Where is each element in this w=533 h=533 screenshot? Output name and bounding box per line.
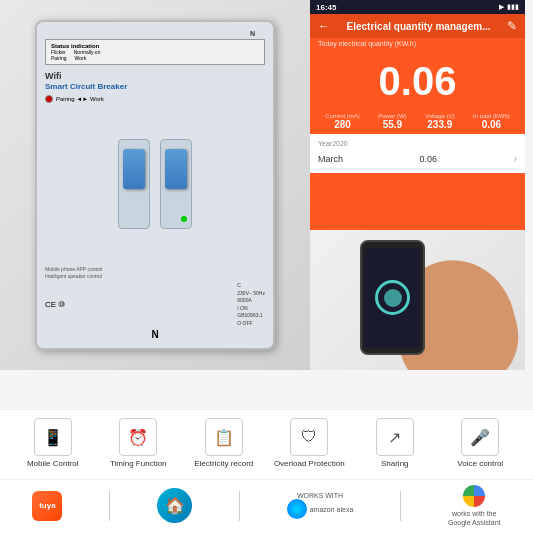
alexa-logo: amazon alexa bbox=[287, 499, 354, 519]
chevron-right-icon: › bbox=[514, 153, 517, 164]
phone-screen-mini bbox=[365, 248, 420, 348]
stat-power-value: 55.9 bbox=[378, 119, 406, 130]
divider1 bbox=[109, 491, 110, 521]
back-button[interactable]: ← bbox=[318, 19, 330, 33]
green-status-dot bbox=[181, 216, 187, 222]
stat-current-value: 280 bbox=[325, 119, 360, 130]
app-status-bar: 16:45 ▶ ▮▮▮ bbox=[310, 0, 525, 14]
main-container: N Status indication Flicker Normally on … bbox=[0, 0, 533, 533]
battery-icon: ▮▮▮ bbox=[507, 3, 519, 11]
top-section: N Status indication Flicker Normally on … bbox=[0, 0, 533, 409]
app-nav-title: Electrical quantity managem... bbox=[347, 21, 491, 32]
feature-voice-label: Voice control bbox=[457, 459, 503, 469]
breaker-area: N Status indication Flicker Normally on … bbox=[0, 0, 310, 370]
feature-voice: 🎤 Voice control bbox=[443, 418, 518, 469]
terminal-n-bottom: N bbox=[45, 329, 265, 340]
status-bar-time: 16:45 bbox=[316, 3, 336, 12]
stat-power: Power (W) 55.9 bbox=[378, 113, 406, 130]
feature-sharing: ↗ Sharing bbox=[357, 418, 432, 469]
feature-mobile-control: 📱 Mobile Control bbox=[15, 418, 90, 469]
mobile-control-icon: 📱 bbox=[34, 418, 72, 456]
breaker-body: N Status indication Flicker Normally on … bbox=[35, 20, 275, 350]
spec-on: I ON bbox=[237, 305, 265, 313]
features-section: 📱 Mobile Control ⏰ Timing Function 📋 Ele… bbox=[0, 409, 533, 479]
terminal-n-top: N bbox=[45, 30, 265, 37]
phone-with-hand bbox=[310, 230, 525, 370]
feature-overload-label: Overload Protection bbox=[274, 459, 345, 469]
red-indicator bbox=[45, 95, 53, 103]
divider2 bbox=[239, 491, 240, 521]
switch-body-right bbox=[160, 139, 192, 229]
spec-current: 6000A bbox=[237, 297, 265, 305]
wifi-label: Wifi bbox=[45, 71, 265, 81]
ce-mark: CE ⑩ bbox=[45, 300, 65, 309]
switch-handle-right[interactable] bbox=[165, 149, 187, 189]
feature-electricity-label: Electricity record bbox=[194, 459, 253, 469]
sharing-icon: ↗ bbox=[376, 418, 414, 456]
feature-timing-label: Timing Function bbox=[110, 459, 167, 469]
mobile-control-text: Mobile phone APP control bbox=[45, 266, 265, 273]
app-month-value: 0.06 bbox=[420, 154, 438, 164]
alexa-ring-icon bbox=[287, 499, 307, 519]
app-white-section: Year2020 March 0.06 › bbox=[310, 134, 525, 173]
app-nav: ← Electrical quantity managem... ✎ bbox=[310, 14, 525, 38]
cert-row: CE ⑩ C 230V~ 50Hz 6000A I ON GB10963.1 O… bbox=[45, 282, 265, 327]
spec-voltage-freq: 230V~ 50Hz bbox=[237, 290, 265, 298]
phone-power-button[interactable] bbox=[375, 280, 410, 315]
spec-rating: C bbox=[237, 282, 265, 290]
feature-timing: ⏰ Timing Function bbox=[101, 418, 176, 469]
wifi-status-icon: ▶ bbox=[499, 3, 504, 11]
smart-circuit-breaker-label: Smart Circuit Breaker bbox=[45, 82, 265, 92]
phone-circle-inner bbox=[384, 289, 402, 307]
feature-overload: 🛡 Overload Protection bbox=[272, 418, 347, 469]
timing-icon: ⏰ bbox=[119, 418, 157, 456]
overload-icon: 🛡 bbox=[290, 418, 328, 456]
speaker-control-text: Intelligent speaker control bbox=[45, 273, 265, 280]
stat-current: Current (mA) 280 bbox=[325, 113, 360, 130]
edit-button[interactable]: ✎ bbox=[507, 19, 517, 33]
voice-icon: 🎤 bbox=[461, 418, 499, 456]
smart-home-icon: 🏠 bbox=[157, 488, 192, 523]
pairing-work-label: Pairing ◄► Work bbox=[56, 96, 104, 102]
status-indication-box: Status indication Flicker Normally on Pa… bbox=[45, 39, 265, 65]
status-row2: Pairing Work bbox=[51, 55, 259, 61]
switch-body-left bbox=[118, 139, 150, 229]
alexa-works-with-text: WORKS WITH bbox=[297, 492, 343, 499]
google-assistant-label: Google Assistant bbox=[448, 518, 501, 527]
google-assistant-icon bbox=[463, 485, 485, 507]
app-big-number: 0.06 bbox=[310, 49, 525, 109]
google-works-with-text: works with the Google Assistant bbox=[448, 509, 501, 527]
spec-off: O OFF bbox=[237, 320, 265, 328]
brands-section: tuya 🏠 WORKS WITH amazon alexa works wit… bbox=[0, 479, 533, 533]
feature-mobile-control-label: Mobile Control bbox=[27, 459, 79, 469]
phone-device bbox=[360, 240, 425, 355]
app-month-row[interactable]: March 0.06 › bbox=[318, 149, 517, 169]
app-screen: 16:45 ▶ ▮▮▮ ← Electrical quantity manage… bbox=[310, 0, 525, 230]
feature-electricity: 📋 Electricity record bbox=[186, 418, 261, 469]
google-section: works with the Google Assistant bbox=[448, 485, 501, 527]
stat-voltage-value: 233.9 bbox=[425, 119, 455, 130]
tuya-badge: tuya bbox=[32, 491, 62, 521]
stat-voltage: Voltage (V) 233.9 bbox=[425, 113, 455, 130]
app-area: 16:45 ▶ ▮▮▮ ← Electrical quantity manage… bbox=[310, 0, 533, 409]
stat-total: In total (KWh) 0.06 bbox=[473, 113, 510, 130]
app-year: Year2020 bbox=[318, 138, 517, 149]
features-row: 📱 Mobile Control ⏰ Timing Function 📋 Ele… bbox=[10, 418, 523, 469]
status-bar-icons: ▶ ▮▮▮ bbox=[499, 3, 519, 11]
alexa-section: WORKS WITH amazon alexa bbox=[287, 492, 354, 519]
spec-standard: GB10963.1 bbox=[237, 312, 265, 320]
work-label: Work bbox=[75, 55, 87, 61]
app-stats-row: Current (mA) 280 Power (W) 55.9 Voltage … bbox=[310, 109, 525, 134]
app-subtitle: Today electrical quantity (KW.h) bbox=[310, 38, 525, 49]
app-month-label: March bbox=[318, 154, 343, 164]
switch-handle-left[interactable] bbox=[123, 149, 145, 189]
google-works-with-line1: works with the bbox=[448, 509, 501, 518]
pairing-work-row: Pairing ◄► Work bbox=[45, 95, 265, 103]
switch-unit-left bbox=[118, 139, 150, 229]
electricity-icon: 📋 bbox=[205, 418, 243, 456]
breaker-specs: C 230V~ 50Hz 6000A I ON GB10963.1 O OFF bbox=[237, 282, 265, 327]
switches-row bbox=[45, 114, 265, 254]
pairing-label: Pairing bbox=[51, 55, 67, 61]
tuya-icon: tuya bbox=[32, 491, 62, 521]
stat-total-value: 0.06 bbox=[473, 119, 510, 130]
